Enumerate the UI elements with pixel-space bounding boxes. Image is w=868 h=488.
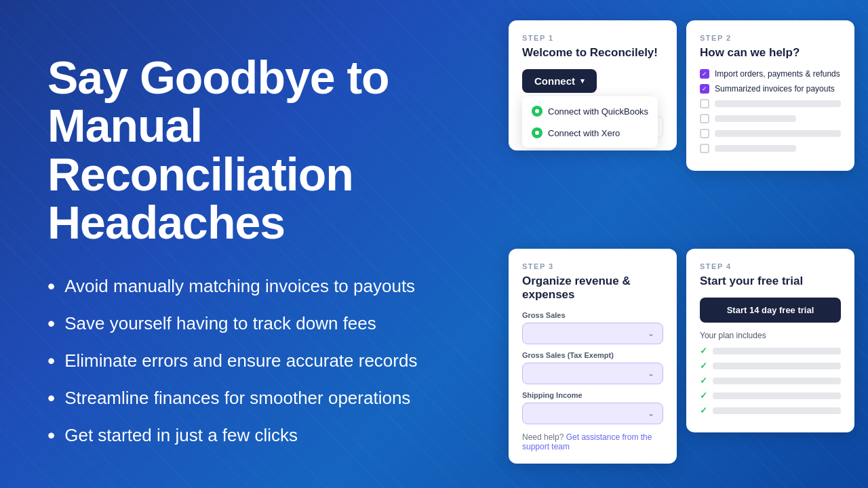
headline-line1: Say Goodbye to Manual [47,52,389,151]
step3-title: Organize revenue & expenses [522,274,663,302]
shipping-income-select[interactable]: ⌄ [522,403,663,424]
checkmark-icon: ✓ [700,390,707,401]
plan-row-2: ✓ [700,361,841,371]
plan-row-1: ✓ [700,346,841,356]
list-item: Streamline finances for smoother operati… [47,386,461,411]
checkbox-unchecked-icon [700,114,709,123]
checkbox-row-4[interactable] [700,114,841,123]
step1-card: STEP 1 Welcome to Reconcilely! Connect ▾… [509,20,677,150]
step4-card: STEP 4 Start your free trial Start 14 da… [686,249,854,432]
checkbox-row-5[interactable] [700,129,841,138]
headline-line2: Reconciliation Headaches [47,148,353,248]
help-text: Need help? Get assistance from the suppo… [522,432,663,451]
chevron-down-icon: ⌄ [648,409,654,418]
page-headline: Say Goodbye to Manual Reconciliation Hea… [47,54,461,247]
chevron-down-icon: ⌄ [648,329,654,338]
checkbox-unchecked-icon [700,99,709,108]
step1-title: Welcome to Reconcilely! [522,46,663,60]
placeholder-text [715,115,796,122]
list-item: Get started in just a few clicks [47,423,461,448]
connect-dropdown: Connect with QuickBooks Connect with Xer… [522,96,658,148]
step4-label: STEP 4 [700,262,841,270]
checkbox-row-2[interactable]: Summarized invoices for payouts [700,84,841,94]
connect-quickbooks-item[interactable]: Connect with QuickBooks [522,100,658,122]
checkbox-unchecked-icon [700,144,709,153]
checkmark-icon: ✓ [700,346,707,356]
step2-title: How can we help? [700,46,841,60]
xero-icon [532,127,542,138]
plan-row-4: ✓ [700,390,841,401]
step2-card: STEP 2 How can we help? Import orders, p… [686,20,854,171]
chevron-down-icon: ⌄ [648,369,654,378]
plan-row-5: ✓ [700,405,841,415]
quickbooks-icon [532,106,542,117]
checkbox-row-6[interactable] [700,144,841,153]
plan-feature [713,348,841,354]
step4-title: Start your free trial [700,274,841,288]
checkbox-checked-icon [700,69,709,79]
page-layout: Say Goodbye to Manual Reconciliation Hea… [0,0,868,488]
list-item: Avoid manually matching invoices to payo… [47,274,461,299]
gross-sales-tax-select[interactable]: ⌄ [522,363,663,384]
gross-sales-label: Gross Sales [522,311,663,319]
left-panel: Say Goodbye to Manual Reconciliation Hea… [0,0,502,488]
checkbox-row-3[interactable] [700,99,841,108]
checkmark-icon: ✓ [700,375,707,386]
checkmark-icon: ✓ [700,405,707,415]
plan-feature [713,363,841,369]
connect-button-wrap: Connect ▾ Connect with QuickBooks Connec… [522,69,663,93]
gross-sales-tax-label: Gross Sales (Tax Exempt) [522,351,663,359]
right-panel: STEP 1 Welcome to Reconcilely! Connect ▾… [502,0,868,488]
plan-feature [713,378,841,384]
chevron-down-icon: ▾ [580,77,585,85]
checkmark-icon: ✓ [700,361,707,371]
checkbox-unchecked-icon [700,129,709,138]
plan-feature [713,407,841,414]
step3-label: STEP 3 [522,262,663,270]
feature-list: Avoid manually matching invoices to payo… [47,274,461,448]
placeholder-text [715,145,796,152]
step2-label: STEP 2 [700,34,841,42]
plan-row-3: ✓ [700,375,841,386]
list-item: Eliminate errors and ensure accurate rec… [47,348,461,373]
start-trial-button[interactable]: Start 14 day free trial [700,298,841,323]
checkbox-checked-icon [700,84,709,94]
gross-sales-select[interactable]: ⌄ [522,323,663,344]
connect-xero-item[interactable]: Connect with Xero [522,122,658,144]
placeholder-text [715,130,841,137]
connect-button[interactable]: Connect ▾ [522,69,597,93]
plan-feature [713,392,841,399]
plan-includes-label: Your plan includes [700,331,841,340]
step3-card: STEP 3 Organize revenue & expenses Gross… [509,249,677,464]
placeholder-text [715,100,841,107]
checkbox-row-1[interactable]: Import orders, payments & refunds [700,69,841,79]
shipping-income-label: Shipping Income [522,391,663,399]
list-item: Save yourself having to track down fees [47,311,461,336]
step1-label: STEP 1 [522,34,663,42]
